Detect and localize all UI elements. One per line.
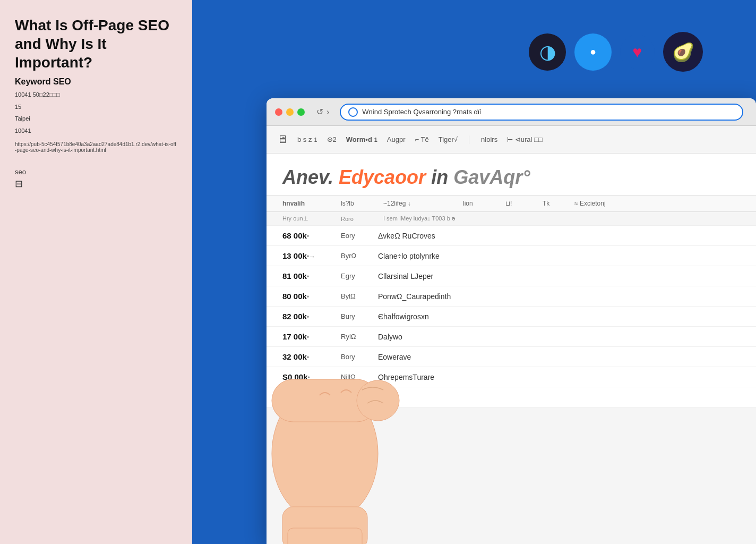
toolbar-item-2[interactable]: b s z1	[297, 135, 317, 143]
sidebar-keyword: Keyword SEO	[15, 77, 177, 87]
toolbar-item-ural[interactable]: ⊢ ⊲ural □□	[507, 135, 543, 143]
icon-circle-dark: ◑	[529, 33, 566, 71]
title-part3: in	[431, 166, 448, 188]
toolbar-item-te[interactable]: ⌐ Tē	[415, 135, 429, 143]
dot-maximize[interactable]	[297, 108, 305, 116]
title-part2: Edycaoor	[339, 166, 426, 188]
toolbar-item-3[interactable]: ⊛2	[327, 135, 337, 143]
sidebar-url: https://pub-5c454f571b8e40a3a2aad27ade84…	[15, 141, 177, 153]
sidebar-tag: seo	[15, 168, 177, 176]
browser-titlebar: ↺ › Wnind Sprotech Qvsarroning ?rnats αϊ…	[267, 98, 756, 126]
icon-circle-blue: ●	[574, 33, 612, 71]
th-col7: ≈ Excietonj	[574, 200, 638, 207]
browser-toolbar: 🖥 b s z1 ⊛2 Worm•d1 Augpr ⌐ Tē Tiger√ │ …	[267, 126, 756, 154]
top-icons-area: ◑ ● ♥ 🥑	[529, 32, 703, 72]
toolbar-item-1[interactable]: 🖥	[277, 133, 288, 146]
dot-icon: ●	[590, 46, 596, 58]
th-col5: ⊔!	[505, 200, 532, 207]
sidebar-tag-icon: ⊟	[15, 178, 177, 190]
title-part4: GavAqr°	[453, 166, 530, 188]
dot-minimize[interactable]	[286, 108, 294, 116]
toolbar-item-augpr[interactable]: Augpr	[387, 135, 406, 143]
nav-back-icon[interactable]: ↺	[316, 107, 323, 117]
nav-forward-icon[interactable]: ›	[327, 107, 329, 117]
sidebar-title: What Is Off-Page SEO and Why Is It Impor…	[15, 16, 177, 72]
address-text: Wnind Sprotech Qvsarroning ?rnats αϊί	[362, 108, 735, 116]
heart-icon-bg: ♥	[620, 35, 655, 69]
page-header: Anev. Edycaoor in GavAqr°	[267, 154, 756, 189]
hand-overlay	[240, 199, 452, 544]
th-col4: lion	[463, 200, 495, 207]
sidebar-meta-line4: 10041	[15, 126, 177, 136]
heart-icon-container: ♥	[620, 35, 655, 69]
browser-dots	[275, 108, 305, 116]
sidebar: What Is Off-Page SEO and Why Is It Impor…	[0, 0, 192, 544]
title-part1: Anev.	[282, 166, 333, 188]
toolbar-item-tiger[interactable]: Tiger√	[439, 135, 458, 143]
dot-close[interactable]	[275, 108, 282, 116]
svg-rect-4	[288, 528, 362, 544]
address-circle-icon	[348, 107, 358, 117]
toolbar-item-separator: │	[467, 135, 471, 143]
toolbar-item-worn-ji[interactable]: Worm•d1	[346, 135, 377, 143]
page-main-title: Anev. Edycaoor in GavAqr°	[282, 166, 740, 189]
avocado-icon-bg: 🥑	[663, 32, 703, 72]
browser-addressbar[interactable]: Wnind Sprotech Qvsarroning ?rnats αϊί	[340, 104, 743, 121]
avocado-icon: 🥑	[672, 41, 694, 63]
bracket-icon: ◑	[539, 41, 556, 63]
heart-icon: ♥	[633, 43, 642, 61]
toolbar-item-nloirs[interactable]: nloirs	[481, 135, 497, 143]
sidebar-meta-line3: Taipei	[15, 114, 177, 124]
browser-nav: ↺ ›	[316, 107, 329, 117]
sidebar-meta-line1: 10041 50□22□□□	[15, 90, 177, 100]
main-area: ◑ ● ♥ 🥑 ↺ › Wn	[192, 0, 756, 544]
th-col6: Tk	[543, 200, 564, 207]
sidebar-meta-line2: 15	[15, 102, 177, 112]
